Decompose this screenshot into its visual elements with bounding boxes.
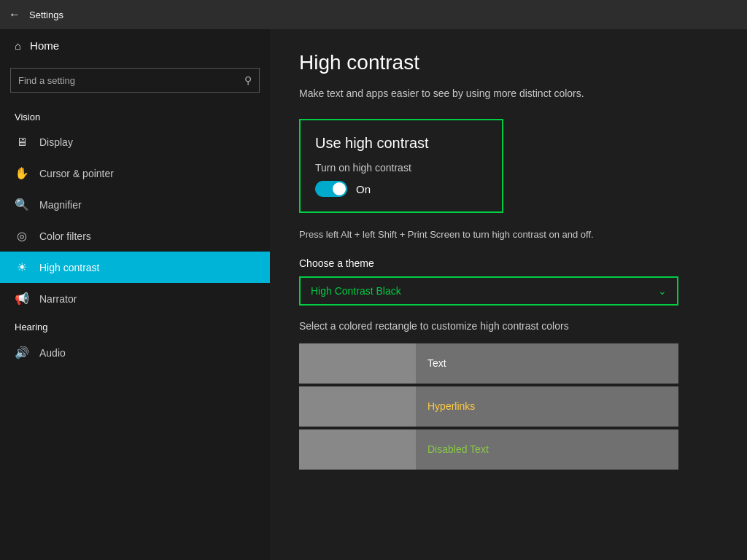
- cursor-icon: ✋: [15, 166, 29, 180]
- hyperlinks-color-label: Hyperlinks: [416, 400, 487, 412]
- narrator-icon: 📢: [15, 292, 29, 306]
- sidebar-item-color-filters[interactable]: ◎ Color filters: [0, 220, 270, 252]
- toggle-state-label: On: [356, 183, 371, 195]
- disabled-swatch[interactable]: [299, 429, 416, 470]
- hyperlinks-swatch[interactable]: [299, 386, 416, 427]
- theme-value: High Contrast Black: [311, 285, 401, 297]
- search-icon[interactable]: ⚲: [237, 69, 259, 92]
- theme-dropdown[interactable]: High Contrast Black ⌄: [299, 276, 678, 306]
- sidebar-item-audio[interactable]: 🔊 Audio: [0, 337, 270, 368]
- cursor-label: Cursor & pointer: [39, 168, 114, 179]
- shortcut-text: Press left Alt + left Shift + Print Scre…: [299, 228, 718, 243]
- vision-section-label: Vision: [0, 104, 270, 127]
- display-icon: 🖥: [15, 136, 29, 149]
- color-filters-icon: ◎: [15, 229, 29, 243]
- theme-dropdown-arrow-icon: ⌄: [658, 285, 667, 297]
- home-label: Home: [30, 39, 59, 52]
- narrator-label: Narrator: [39, 293, 77, 305]
- toggle-label: Turn on high contrast: [315, 162, 487, 174]
- audio-icon: 🔊: [15, 346, 29, 359]
- search-box: ⚲: [10, 68, 260, 93]
- color-filters-label: Color filters: [39, 230, 91, 242]
- home-icon: ⌂: [15, 39, 21, 52]
- page-title: High contrast: [299, 51, 718, 74]
- disabled-color-label: Disabled Text: [416, 443, 500, 455]
- color-row-disabled[interactable]: Disabled Text: [299, 429, 678, 470]
- audio-label: Audio: [39, 347, 66, 359]
- high-contrast-icon: ☀: [15, 260, 29, 274]
- sidebar-item-magnifier[interactable]: 🔍 Magnifier: [0, 189, 270, 220]
- color-grid: Text Hyperlinks Disabled Text: [299, 343, 678, 470]
- display-label: Display: [39, 136, 73, 148]
- text-swatch[interactable]: [299, 343, 416, 384]
- hearing-section-label: Hearing: [0, 314, 270, 337]
- page-subtitle: Make text and apps easier to see by usin…: [299, 86, 718, 101]
- sidebar-item-narrator[interactable]: 📢 Narrator: [0, 283, 270, 314]
- content-area: High contrast Make text and apps easier …: [270, 29, 747, 560]
- back-button[interactable]: ←: [9, 8, 20, 21]
- hc-box-title: Use high contrast: [315, 135, 487, 152]
- sidebar-item-home[interactable]: ⌂ Home: [0, 29, 270, 62]
- sidebar-item-display[interactable]: 🖥 Display: [0, 127, 270, 158]
- app-title: Settings: [29, 9, 63, 20]
- main-layout: ⌂ Home ⚲ Vision 🖥 Display ✋ Cursor & poi…: [0, 29, 747, 560]
- search-input[interactable]: [11, 69, 237, 92]
- choose-theme-label: Choose a theme: [299, 257, 718, 269]
- magnifier-icon: 🔍: [15, 198, 29, 211]
- color-row-hyperlinks[interactable]: Hyperlinks: [299, 386, 678, 427]
- sidebar-item-cursor[interactable]: ✋ Cursor & pointer: [0, 158, 270, 189]
- sidebar-item-high-contrast[interactable]: ☀ High contrast: [0, 252, 270, 283]
- color-row-text[interactable]: Text: [299, 343, 678, 384]
- toggle-row: On: [315, 181, 487, 197]
- high-contrast-box: Use high contrast Turn on high contrast …: [299, 119, 503, 213]
- sidebar: ⌂ Home ⚲ Vision 🖥 Display ✋ Cursor & poi…: [0, 29, 270, 560]
- colors-label: Select a colored rectangle to customize …: [299, 320, 718, 332]
- high-contrast-toggle[interactable]: [315, 181, 347, 197]
- high-contrast-label: High contrast: [39, 262, 99, 273]
- text-color-label: Text: [416, 357, 458, 369]
- magnifier-label: Magnifier: [39, 199, 82, 211]
- titlebar: ← Settings: [0, 0, 747, 29]
